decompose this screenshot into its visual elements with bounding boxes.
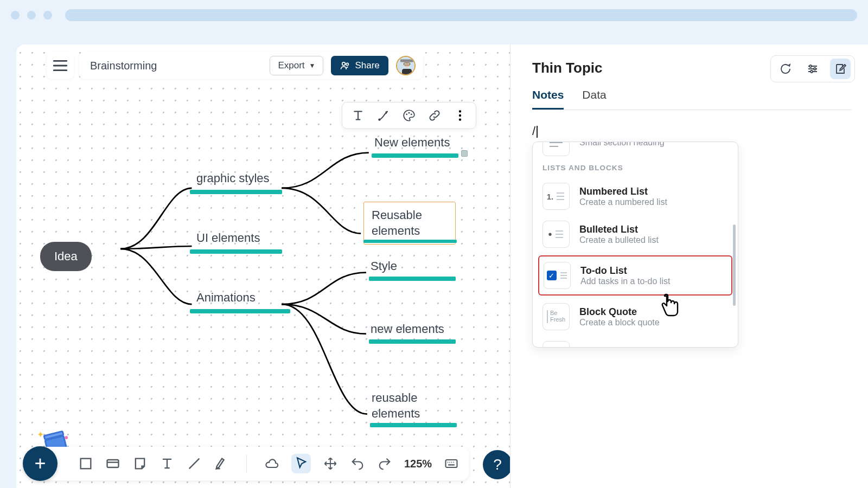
slash-menu-scrollbar[interactable] [733,224,736,306]
slash-item-title: Numbered List [579,186,667,197]
pan-tool-button[interactable] [323,456,338,471]
mindmap-leaf-underline [369,339,456,344]
mindmap-leaf-underline [363,240,457,243]
add-button[interactable]: + [23,446,58,481]
undo-icon [350,456,365,471]
slash-item-desc: Add tasks in a to-do list [580,277,670,286]
line-tool-button[interactable] [187,456,202,471]
blockquote-icon: BeFresh [542,303,570,330]
text-icon [159,456,175,471]
slash-item-title: Bulleted List [579,224,659,235]
bottom-toolbar: + 125% [39,447,469,480]
mindmap-leaf-label[interactable]: new elements [371,322,444,336]
mindmap-leaf-underline [369,277,456,281]
select-tool-button[interactable] [291,454,311,473]
keyboard-button[interactable] [444,456,459,471]
note-icon [132,456,148,471]
tab-notes[interactable]: Notes [532,88,564,110]
cursor-icon [293,456,309,471]
selected-node-label: Reusableelements [364,202,455,244]
slash-item-todo[interactable]: ✓ To-do List Add tasks in a to-do list [538,255,732,296]
mindmap-branch-underline [190,249,282,254]
text-bottom-button[interactable] [159,456,175,471]
card-icon [105,456,120,471]
highlight-tool-button[interactable] [214,456,229,471]
tab-data[interactable]: Data [582,88,606,110]
settings-mode-button[interactable] [802,59,823,79]
cloud-sync-button[interactable] [264,456,279,471]
svg-rect-15 [446,460,457,467]
mindmap-selected-node[interactable]: Reusableelements [363,202,456,245]
chrome-dot [27,11,36,20]
slash-item-blockquote[interactable]: BeFresh Block Quote Create a block quote [533,298,738,336]
mindmap-leaf-underline [370,423,457,427]
slash-text: / [532,124,535,138]
zoom-level[interactable]: 125% [404,458,432,470]
mindmap-branch-underline [190,309,290,313]
svg-point-17 [814,68,816,70]
slash-item-table[interactable]: Table [533,336,738,348]
slash-item-title: Block Quote [579,306,660,318]
panel-mode-switcher [770,55,855,82]
redo-icon [377,456,392,471]
mindmap-branch-underline [190,190,282,194]
redo-button[interactable] [377,456,392,471]
bulleted-list-icon: • [542,221,570,248]
chrome-dot [11,11,20,20]
root-label: Idea [54,249,78,263]
svg-point-16 [809,65,812,67]
slash-item-desc: Small section heading [579,142,665,147]
mindmap-branch-label[interactable]: Animations [196,291,256,305]
slash-item-numbered[interactable]: 1. Numbered List Create a numbered list [533,177,738,215]
heading-item-icon [542,142,570,156]
canvas-area[interactable]: Brainstorming Export ▼ Share [16,44,510,488]
mindmap-branch-label[interactable]: UI elements [196,231,260,245]
notes-editor[interactable]: / [532,124,852,138]
slash-item-title: To-do List [580,265,670,277]
slash-item-desc: Create a block quote [579,318,660,328]
keyboard-icon [444,456,459,471]
slash-item-desc: Create a bulleted list [579,235,659,245]
slash-item-desc: Create a numbered list [579,197,667,207]
inspector-panel: Thin Topic Notes Data / Small section he… [510,44,868,488]
mindmap-leaf-label[interactable]: New elements [374,136,450,150]
cloud-icon [264,456,279,471]
mindmap-connectors [16,44,510,488]
svg-rect-13 [81,459,91,469]
browser-chrome [0,0,868,30]
svg-point-18 [810,70,813,73]
chrome-dot [43,11,52,20]
workspace: Brainstorming Export ▼ Share [16,44,868,488]
edit-note-icon [834,62,847,75]
move-icon [323,456,338,471]
node-expand-handle[interactable] [461,150,468,157]
slash-menu: Small section heading LISTS AND BLOCKS 1… [532,142,738,348]
chat-icon [778,62,792,75]
edit-mode-button[interactable] [830,59,851,79]
panel-tabs: Notes Data [532,88,852,110]
comments-mode-button[interactable] [775,59,795,79]
line-icon [187,456,202,471]
chrome-addressbar [65,9,857,21]
todo-list-icon: ✓ [544,262,571,289]
square-icon [78,456,93,471]
text-caret [537,126,538,138]
table-icon [542,341,570,348]
slash-item-heading[interactable]: Small section heading [533,142,738,162]
help-button[interactable]: ? [483,450,510,479]
sliders-icon [806,62,819,75]
mindmap-leaf-underline [372,153,458,158]
undo-button[interactable] [350,456,365,471]
svg-rect-14 [107,460,119,467]
slash-section-header: LISTS AND BLOCKS [533,162,738,177]
rect-tool-button[interactable] [78,456,93,471]
mindmap-leaf-label[interactable]: reusableelements [372,390,420,421]
mindmap-leaf-label[interactable]: Style [371,259,397,273]
numbered-list-icon: 1. [542,183,570,210]
note-tool-button[interactable] [132,456,148,471]
card-tool-button[interactable] [105,456,120,471]
mindmap-root-node[interactable]: Idea [40,242,92,271]
highlighter-icon [214,456,229,471]
mindmap-branch-label[interactable]: graphic styles [196,171,270,185]
slash-item-bulleted[interactable]: • Bulleted List Create a bulleted list [533,215,738,253]
